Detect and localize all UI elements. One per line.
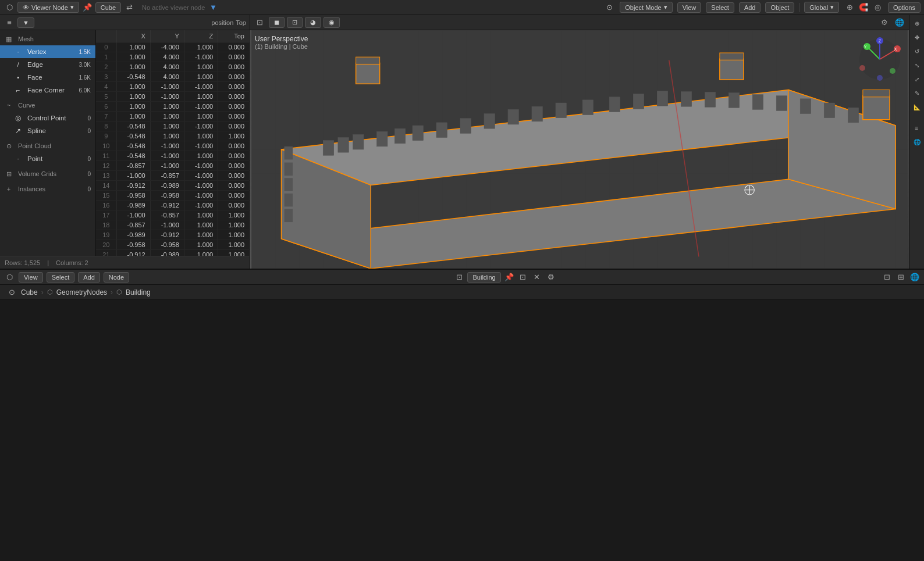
- measure-tool[interactable]: 📐: [911, 101, 923, 113]
- node-select-menu[interactable]: Select: [47, 272, 75, 283]
- rotate-tool[interactable]: ↺: [911, 45, 923, 57]
- snap-icon[interactable]: ⊙: [603, 2, 615, 13]
- view-mode-icon[interactable]: ⊡: [254, 17, 265, 28]
- svg-rect-35: [356, 63, 380, 84]
- breadcrumb-home-icon[interactable]: ⊙: [6, 287, 17, 298]
- right-toolbar: ⊕ ✥ ↺ ⤡ ⤢ ✎ 📐 ≡ 🌐: [909, 15, 924, 269]
- breadcrumb-cube[interactable]: Cube: [21, 288, 38, 296]
- pin-icon[interactable]: 📌: [81, 2, 93, 13]
- sync-icon[interactable]: ⇄: [123, 2, 135, 13]
- breadcrumb-geo-icon: ⬡: [47, 288, 53, 296]
- node-close-icon[interactable]: ✕: [531, 271, 543, 283]
- svg-rect-31: [285, 163, 293, 176]
- col-x: X: [116, 30, 150, 42]
- row-cell: 1.000: [116, 52, 150, 62]
- object-menu[interactable]: Object: [765, 2, 794, 13]
- spreadsheet-filter[interactable]: ▼: [17, 17, 34, 28]
- node-add-menu[interactable]: Add: [78, 272, 100, 283]
- table-row: 61.0001.000-1.0000.000: [96, 102, 250, 112]
- svg-rect-26: [776, 96, 787, 111]
- node-tool3[interactable]: 🌐: [909, 271, 921, 283]
- world-icon[interactable]: 🌐: [911, 136, 923, 148]
- node-new-window-icon[interactable]: ⊡: [517, 271, 529, 283]
- row-index: 2: [96, 62, 116, 72]
- sidebar-item-spline[interactable]: ↗ Spline 0: [0, 124, 95, 137]
- row-cell: 1.000: [150, 112, 184, 122]
- blender-logo-icon[interactable]: ⬡: [3, 2, 15, 13]
- breadcrumb-geo-nodes[interactable]: GeometryNodes: [56, 288, 107, 296]
- transform-tool[interactable]: ⤢: [911, 73, 923, 85]
- sidebar-item-control-point[interactable]: ◎ Control Point 0: [0, 112, 95, 124]
- sidebar-item-face[interactable]: ▪ Face 1.6K: [0, 71, 95, 84]
- row-cell: 0.000: [218, 122, 250, 131]
- sidebar-item-vertex[interactable]: · Vertex 1.5K: [0, 45, 95, 58]
- row-cell: -1.000: [184, 171, 218, 181]
- select-menu[interactable]: Select: [706, 2, 734, 13]
- col-top: Top: [218, 30, 250, 42]
- viewport-gizmo[interactable]: X Y Z: [857, 36, 903, 83]
- row-cell: -0.958: [116, 240, 150, 250]
- solid-mode-btn[interactable]: ◼: [269, 17, 285, 28]
- breadcrumb-building[interactable]: Building: [126, 288, 151, 296]
- svg-rect-39: [720, 59, 744, 80]
- node-node-menu[interactable]: Node: [104, 272, 129, 283]
- scale-tool[interactable]: ⤡: [911, 59, 923, 71]
- viewport-settings-icon[interactable]: ⚙: [879, 17, 890, 28]
- row-index: 15: [96, 191, 116, 201]
- render-mode-btn[interactable]: ◉: [324, 17, 340, 28]
- sidebar-item-point[interactable]: · Point 0: [0, 152, 95, 165]
- node-settings-icon[interactable]: ⚙: [545, 271, 557, 283]
- table-row: 20-0.958-0.9581.0001.000: [96, 240, 250, 250]
- cursor-tool[interactable]: ⊕: [911, 17, 923, 29]
- row-cell: -0.912: [150, 201, 184, 210]
- object-selector[interactable]: Cube: [95, 2, 121, 13]
- sidebar-item-mesh[interactable]: ▦ Mesh: [0, 30, 95, 45]
- svg-rect-36: [356, 57, 380, 64]
- sidebar-item-edge[interactable]: / Edge 3.0K: [0, 58, 95, 71]
- row-cell: -1.000: [184, 191, 218, 201]
- svg-rect-21: [657, 91, 667, 106]
- sidebar-toggle[interactable]: ≡: [911, 122, 923, 134]
- annotate-tool[interactable]: ✎: [911, 87, 923, 99]
- row-index: 6: [96, 102, 116, 112]
- top-toolbar: ⬡ 👁 Viewer Node ▾ 📌 Cube ⇄ No active vie…: [0, 0, 924, 15]
- filter-icon[interactable]: ▼: [207, 2, 219, 13]
- options-btn[interactable]: Options: [888, 2, 921, 13]
- sidebar-tree: ▦ Mesh · Vertex 1.5K / E: [0, 30, 96, 256]
- node-canvas[interactable]: ▾ Group Input Geometry ▾ Mesh to Points …: [0, 300, 924, 513]
- wire-mode-btn[interactable]: ⊡: [287, 17, 303, 28]
- material-mode-btn[interactable]: ◕: [305, 17, 321, 28]
- footer-separator: |: [47, 259, 49, 266]
- row-cell: -1.000: [116, 171, 150, 181]
- node-view-menu[interactable]: View: [19, 272, 43, 283]
- node-pin-icon[interactable]: 📌: [503, 271, 515, 283]
- breadcrumb-sep1: ›: [41, 288, 44, 296]
- node-editor-left-icon[interactable]: ⊡: [453, 271, 465, 283]
- shading-icon[interactable]: 🌐: [894, 17, 905, 28]
- sidebar-item-face-corner[interactable]: ⌐ Face Corner 6.0K: [0, 84, 95, 97]
- node-tool2[interactable]: ⊞: [895, 271, 907, 283]
- mode-selector[interactable]: 👁 Viewer Node ▾: [17, 2, 79, 13]
- add-menu[interactable]: Add: [739, 2, 761, 13]
- transform-selector[interactable]: Global ▾: [804, 2, 839, 13]
- table-row: 41.000-1.000-1.0000.000: [96, 82, 250, 92]
- control-point-icon: ◎: [14, 114, 22, 122]
- row-cell: 1.000: [184, 151, 218, 161]
- proportional-icon[interactable]: ◎: [872, 2, 883, 13]
- move-tool[interactable]: ✥: [911, 31, 923, 43]
- pivot-icon[interactable]: ⊕: [844, 2, 855, 13]
- snap-magnet-icon[interactable]: 🧲: [858, 2, 869, 13]
- view-menu[interactable]: View: [677, 2, 702, 13]
- node-tool1[interactable]: ⊡: [881, 271, 893, 283]
- row-cell: -0.989: [150, 250, 184, 256]
- row-cell: 1.000: [116, 102, 150, 112]
- object-mode-btn[interactable]: Object Mode ▾: [620, 2, 672, 13]
- row-cell: -1.000: [184, 201, 218, 210]
- row-index: 10: [96, 141, 116, 151]
- node-editor-icon[interactable]: ⬡: [3, 271, 15, 283]
- svg-rect-18: [582, 100, 593, 115]
- svg-rect-9: [377, 131, 388, 146]
- table-row: 14-0.912-0.989-1.0000.000: [96, 181, 250, 191]
- spreadsheet-icon[interactable]: ≡: [3, 17, 15, 28]
- viewport-canvas[interactable]: User Perspective (1) Building | Cube X Y: [250, 30, 909, 269]
